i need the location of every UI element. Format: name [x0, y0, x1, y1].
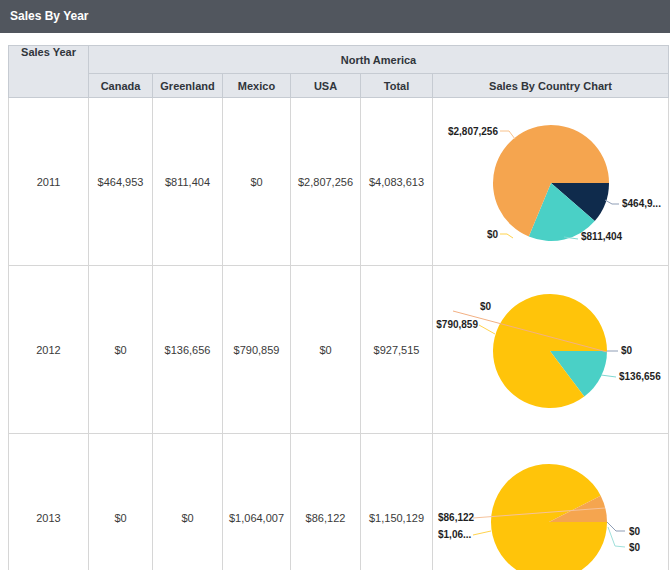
- sales-table: Sales Year North America Canada Greenlan…: [8, 45, 669, 570]
- year-cell: 2012: [9, 266, 89, 434]
- column-header-row: Canada Greenland Mexico USA Total Sales …: [9, 74, 669, 98]
- usa-value-cell: $86,122: [291, 434, 361, 570]
- pie-label-greenland: $136,656: [619, 371, 661, 382]
- pie-label-mexico: $1,06...: [438, 529, 472, 540]
- usa-value-cell: $2,807,256: [291, 98, 361, 266]
- total-value-cell: $927,515: [361, 266, 433, 434]
- pie-leader-canada: [607, 522, 625, 531]
- pie-chart-svg-2012: $0$136,656$790,859$0: [433, 267, 667, 433]
- column-header-mexico: Mexico: [223, 74, 291, 98]
- pie-label-canada: $464,9...: [622, 198, 661, 209]
- table-row-2013: 2013 $0 $0 $1,064,007 $86,122 $1,150,129…: [9, 434, 669, 570]
- greenland-value-cell: $811,404: [153, 98, 223, 266]
- column-header-canada: Canada: [89, 74, 153, 98]
- year-cell: 2011: [9, 98, 89, 266]
- pie-chart-cell-2011: $464,9...$811,404$0$2,807,256: [433, 98, 669, 266]
- greenland-value-cell: $0: [153, 434, 223, 570]
- pie-chart-2012: $0$136,656$790,859$0: [433, 267, 667, 433]
- report-page: Sales By Year Sales Year North America C…: [0, 0, 670, 570]
- mexico-value-cell: $0: [223, 98, 291, 266]
- column-header-usa: USA: [291, 74, 361, 98]
- pie-label-usa: $2,807,256: [448, 126, 498, 137]
- pie-label-mexico: $0: [487, 229, 499, 240]
- pie-leader-usa: [500, 131, 515, 139]
- pie-leader-mexico: [500, 234, 513, 238]
- pie-label-greenland: $0: [629, 542, 641, 553]
- table-row-2012: 2012 $0 $136,656 $790,859 $0 $927,515 $0…: [9, 266, 669, 434]
- pie-label-canada: $0: [629, 526, 641, 537]
- canada-value-cell: $464,953: [89, 98, 153, 266]
- pie-label-canada: $0: [621, 345, 633, 356]
- pie-chart-svg-2011: $464,9...$811,404$0$2,807,256: [433, 99, 667, 265]
- table-row-2011: 2011 $464,953 $811,404 $0 $2,807,256 $4,…: [9, 98, 669, 266]
- pie-chart-svg-2013: $0$0$1,06...$86,122: [433, 435, 667, 570]
- column-header-total: Total: [361, 74, 433, 98]
- total-value-cell: $4,083,613: [361, 98, 433, 266]
- pie-chart-cell-2012: $0$136,656$790,859$0: [433, 266, 669, 434]
- pie-label-mexico: $790,859: [436, 319, 478, 330]
- pie-chart-cell-2013: $0$0$1,06...$86,122: [433, 434, 669, 570]
- page-title: Sales By Year: [10, 9, 89, 23]
- title-bar: Sales By Year: [0, 0, 670, 33]
- pie-leader-mexico: [479, 325, 495, 334]
- pie-label-usa: $0: [480, 301, 492, 312]
- total-value-cell: $1,150,129: [361, 434, 433, 570]
- group-header-north-america: North America: [89, 46, 669, 74]
- corner-header: Sales Year: [9, 46, 89, 98]
- year-cell: 2013: [9, 434, 89, 570]
- column-header-chart: Sales By Country Chart: [433, 74, 669, 98]
- usa-value-cell: $0: [291, 266, 361, 434]
- group-header-row: Sales Year North America: [9, 46, 669, 74]
- pie-leader-mexico: [473, 531, 491, 535]
- pie-leader-greenland: [608, 527, 625, 547]
- pie-chart-2011: $464,9...$811,404$0$2,807,256: [433, 99, 667, 265]
- greenland-value-cell: $136,656: [153, 266, 223, 434]
- mexico-value-cell: $1,064,007: [223, 434, 291, 570]
- pie-label-greenland: $811,404: [581, 231, 623, 242]
- pie-label-usa: $86,122: [438, 512, 475, 523]
- pie-leader-greenland: [601, 375, 616, 377]
- sales-report: Sales Year North America Canada Greenlan…: [8, 45, 669, 570]
- canada-value-cell: $0: [89, 434, 153, 570]
- column-header-greenland: Greenland: [153, 74, 223, 98]
- pie-chart-2013: $0$0$1,06...$86,122: [433, 435, 667, 570]
- mexico-value-cell: $790,859: [223, 266, 291, 434]
- pie-leader-canada: [605, 200, 619, 204]
- canada-value-cell: $0: [89, 266, 153, 434]
